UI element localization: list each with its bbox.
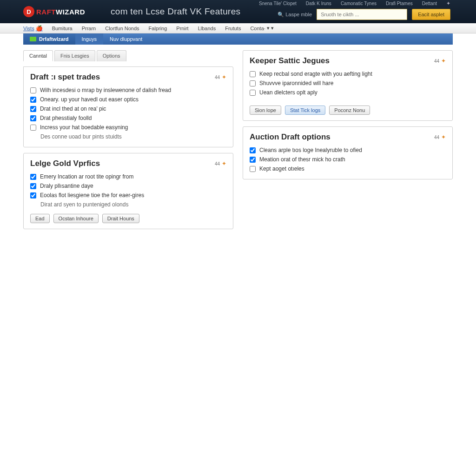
option-label: Eoolas flot liesgiene tioe the for eaer-… [40, 192, 144, 198]
panel-auction: Auction Draft options 44✦ Cleans arple t… [243, 126, 453, 179]
checkbox[interactable] [250, 71, 256, 77]
sub-nav: Drfaftwlzard Inguys Nuv dluppvant [23, 33, 453, 45]
option-row[interactable]: Uean dlelcters oplt aply [250, 88, 446, 97]
checkbox[interactable] [250, 147, 256, 153]
option-row[interactable]: Keep recbal sond eragte with you aefting… [250, 69, 446, 79]
nav-item[interactable]: Prrarn [82, 26, 96, 31]
search-icon: 🔍 [278, 12, 284, 18]
checkbox[interactable] [250, 80, 256, 86]
main-nav: Vists🍎 Bumitura Prrarn Clortfun Nonds Fa… [0, 23, 476, 33]
logo[interactable]: D RAFTWIZARD [23, 6, 85, 17]
option-row[interactable]: Wilh incesdesi o mrap by inslewenone of … [30, 86, 226, 95]
topnav-link[interactable]: Dettant [422, 1, 437, 6]
option-row[interactable]: Incress your hat boedable easyning [30, 123, 226, 132]
logo-icon: D [23, 6, 34, 17]
option-label: Emery Incation ar root tite opingr from [40, 173, 133, 180]
checkbox[interactable] [30, 97, 36, 103]
option-row[interactable]: Drat incl thed at on rea' pic [30, 104, 226, 113]
option-label: Draly pllısantine daye [40, 183, 93, 189]
checkbox[interactable] [30, 174, 36, 180]
panel-badge: 44✦ [434, 58, 446, 64]
tab[interactable]: Fnis Lesgies [54, 50, 95, 61]
sion-lope-button[interactable]: Sion lope [250, 106, 281, 115]
checkbox[interactable] [250, 90, 256, 96]
option-label: Shuvvve iparonnided will hare [259, 80, 333, 86]
option-label: Uean dlelcters oplt aply [259, 89, 317, 96]
checkbox[interactable] [30, 115, 36, 121]
topnav-link[interactable]: Datk K Iruns [306, 1, 331, 6]
nav-item[interactable]: Frututs [225, 26, 241, 31]
cta-button[interactable]: Eacit asplet [412, 9, 450, 20]
option-row[interactable]: Shuvvve iparonnided will hare [250, 79, 446, 88]
option-label: Wilh incesdesi o mrap by inslewenone of … [40, 87, 171, 93]
panel-badge: 44✦ [215, 74, 226, 80]
checkbox[interactable] [30, 192, 36, 198]
panel-title: Draft :ı spet trades [30, 73, 100, 82]
page-title: com ten Lcse Draft VK Features [111, 7, 240, 17]
star-icon: ✦ [441, 58, 446, 64]
option-row[interactable]: Drat phesstialy foolld [30, 113, 226, 123]
nav-item[interactable]: Clortfun Nonds [105, 26, 139, 31]
stat-tick-button[interactable]: Stat Tick logs [285, 106, 325, 115]
nav-item[interactable]: Falpring [149, 26, 167, 31]
option-label: Cleans arple tıos loge Inealyruble to of… [259, 147, 362, 153]
option-row[interactable]: Meation orat of thesr mick ho crath [250, 155, 446, 164]
option-row[interactable]: Emery Incation ar root tite opingr from [30, 172, 226, 181]
option-label: Drat phesstialy foolld [40, 115, 92, 121]
panel-badge: 44✦ [434, 134, 446, 140]
poconz-button[interactable]: Poconz Nonu [329, 106, 370, 115]
checkbox[interactable] [30, 87, 36, 93]
chevron-down-icon: ▾ [267, 25, 270, 31]
logo-text: RAFTWIZARD [36, 8, 85, 16]
option-subtext: Des conne uoad bur pints stuidts [30, 132, 226, 141]
topnav-link[interactable]: Snena Tile' Clopet [259, 1, 297, 6]
panel-badge: 44✦ [215, 160, 226, 167]
button-row: Sion lope Stat Tick logs Poconz Nonu [250, 106, 446, 115]
subnav-item[interactable]: Drfaftwlzard [23, 33, 75, 45]
main-content: Canntal Fnis Lesgies Options Draft :ı sp… [0, 45, 476, 235]
checkbox[interactable] [30, 183, 36, 189]
checkbox[interactable] [30, 125, 36, 131]
drait-hours-button[interactable]: Drait Houns [102, 214, 139, 223]
nav-item[interactable]: Bumitura [52, 26, 73, 31]
apple-icon: 🍎 [36, 25, 43, 32]
tab[interactable]: Options [97, 50, 126, 61]
star-icon: ✦ [222, 160, 226, 167]
option-row[interactable]: Draly pllısantine daye [30, 181, 226, 191]
option-subtext: Dirat ard syen to punteniged olonds [30, 200, 226, 209]
option-row[interactable]: Oneary. up your havedl out easer optics [30, 95, 226, 104]
button-row: Ead Ocstan Inhoure Drait Houns [30, 214, 226, 223]
checkbox[interactable] [250, 157, 256, 163]
search-input[interactable] [317, 9, 407, 20]
option-label: Keep recbal sond eragte with you aefting… [259, 71, 372, 77]
ead-button[interactable]: Ead [30, 214, 50, 223]
panel-draft-trades: Draft :ı spet trades 44✦ Wilh incesdesi … [23, 66, 233, 147]
top-nav: Snena Tile' Clopet Datk K Iruns Camonati… [259, 0, 450, 7]
checkbox[interactable] [30, 106, 36, 112]
nav-item-dropdown[interactable]: Conta· ▾ ▾ [250, 25, 273, 31]
option-row[interactable]: Cleans arple tıos loge Inealyruble to of… [250, 145, 446, 155]
option-row[interactable]: Kept aoget otıeles [250, 164, 446, 173]
plus-icon[interactable]: ✦ [446, 0, 450, 7]
right-column: Keeper Sattic Jegues 44✦ Keep recbal son… [243, 50, 453, 179]
panel-title: Auction Draft options [250, 132, 331, 142]
tab-strip: Canntal Fnis Lesgies Options [23, 50, 233, 61]
option-row[interactable]: Eoolas flot liesgiene tioe the for eaer-… [30, 191, 226, 200]
ocstan-button[interactable]: Ocstan Inhoure [53, 214, 99, 223]
nav-item[interactable]: Prnirt [176, 26, 188, 31]
checkbox[interactable] [250, 166, 256, 172]
subnav-item[interactable]: Nuv dluppvant [103, 33, 149, 45]
search-label: 🔍 Laspe mble [278, 12, 312, 18]
topnav-link[interactable]: Drafi Ptames [386, 1, 413, 6]
option-label: Incress your hat boedable easyning [40, 124, 128, 131]
subnav-item[interactable]: Inguys [75, 33, 103, 45]
option-label: Drat incl thed at on rea' pic [40, 106, 106, 112]
flag-icon [30, 37, 36, 41]
search-row: 🔍 Laspe mble Eacit asplet [278, 9, 450, 20]
tab[interactable]: Canntal [23, 50, 53, 61]
nav-item[interactable]: Llbands [198, 26, 216, 31]
nav-item[interactable]: Vists🍎 [23, 25, 43, 32]
panel-title: Lelge Gold Vprfics [30, 159, 100, 168]
left-column: Canntal Fnis Lesgies Options Draft :ı sp… [23, 50, 233, 229]
topnav-link[interactable]: Camonatic Tynes [341, 1, 377, 6]
